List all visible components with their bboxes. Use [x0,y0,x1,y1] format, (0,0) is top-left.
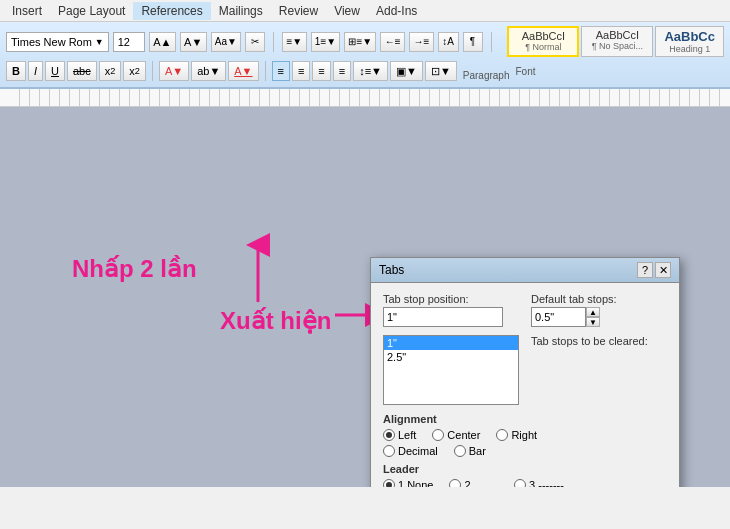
align-right-radio[interactable]: Right [496,429,537,441]
decrease-indent-btn[interactable]: ←≡ [380,32,405,52]
default-tab-stops-label: Default tab stops: [531,293,667,305]
alignment-row2: Decimal Bar [383,445,667,457]
default-tab-stops-spinner: ▲ ▼ [531,307,667,327]
tab-stops-clear-label: Tab stops to be cleared: [531,335,667,347]
leader-none-radio[interactable]: 1 None [383,479,433,487]
separator1 [273,32,274,52]
numbering-btn[interactable]: 1≡▼ [311,32,341,52]
spin-up-btn[interactable]: ▲ [586,307,600,317]
style-nospace-sublabel: ¶ No Spaci... [590,41,644,51]
clear-formatting-btn[interactable]: ✂ [245,32,265,52]
menu-insert[interactable]: Insert [4,2,50,20]
separator2 [491,32,492,52]
style-h1-btn[interactable]: AaBbCc Heading 1 [655,26,724,57]
leader-section: Leader 1 None 2 ........ 3 ------- [383,463,667,487]
align-left-label: Left [398,429,416,441]
subscript-btn[interactable]: x2 [99,61,122,81]
spin-buttons: ▲ ▼ [586,307,600,327]
leader-header: Leader [383,463,667,475]
align-justify-btn[interactable]: ≡ [333,61,351,81]
dialog-help-btn[interactable]: ? [637,262,653,278]
default-tab-stops-col: Default tab stops: ▲ ▼ [531,293,667,327]
tab-stop-position-col: Tab stop position: [383,293,519,327]
menu-references[interactable]: References [133,2,210,20]
align-decimal-radio-circle [383,445,395,457]
menu-addins[interactable]: Add-Ins [368,2,425,20]
style-nospace-btn[interactable]: AaBbCcI ¶ No Spaci... [581,26,653,57]
align-left-btn[interactable]: ≡ [272,61,290,81]
bullets-btn[interactable]: ≡▼ [282,32,307,52]
dialog-body: Tab stop position: Default tab stops: ▲ … [371,283,679,487]
menu-view[interactable]: View [326,2,368,20]
menu-bar: Insert Page Layout References Mailings R… [0,0,730,22]
text-effect-btn[interactable]: A▼ [159,61,189,81]
font-name-dropdown-icon[interactable]: ▼ [95,37,104,47]
align-left-radio[interactable]: Left [383,429,416,441]
style-normal-sublabel: ¶ Normal [517,42,569,52]
style-h1-sublabel: Heading 1 [664,44,715,54]
align-bar-radio[interactable]: Bar [454,445,486,457]
listbox-item-2[interactable]: 2.5" [384,350,518,364]
font-section-label: Font [515,66,535,77]
clear-col: Tab stops to be cleared: [531,335,667,405]
dialog-title-text: Tabs [379,263,404,277]
leader-dash-radio[interactable]: 3 ------- [514,479,564,487]
font-size-box[interactable]: 12 [113,32,145,52]
alignment-section: Alignment Left Center Right [383,413,667,457]
ribbon: Times New Rom ▼ 12 A▲ A▼ Aa▼ ✂ ≡▼ 1≡▼ ⊞≡… [0,22,730,89]
shading-btn[interactable]: ▣▼ [390,61,423,81]
font-size-value: 12 [118,36,130,48]
tab-stop-position-input[interactable] [383,307,503,327]
dialog-close-btn[interactable]: ✕ [655,262,671,278]
menu-mailings[interactable]: Mailings [211,2,271,20]
change-case-btn[interactable]: Aa▼ [211,32,242,52]
increase-indent-btn[interactable]: →≡ [409,32,434,52]
dialog-box: Tabs ? ✕ Tab stop position: Default tab … [370,257,680,487]
style-normal-btn[interactable]: AaBbCcI ¶ Normal [507,26,579,57]
menu-review[interactable]: Review [271,2,326,20]
arrow-up-svg [238,237,278,307]
leader-dots-label: 2 ........ [464,479,498,487]
align-bar-radio-circle [454,445,466,457]
italic-btn[interactable]: I [28,61,43,81]
paragraph-section-label: Paragraph [463,70,510,81]
align-right-btn[interactable]: ≡ [312,61,330,81]
show-marks-btn[interactable]: ¶ [463,32,483,52]
ruler [0,89,730,107]
leader-dash-circle [514,479,526,487]
multilevel-btn[interactable]: ⊞≡▼ [344,32,376,52]
superscript-btn[interactable]: x2 [123,61,146,81]
align-center-radio[interactable]: Center [432,429,480,441]
alignment-header: Alignment [383,413,667,425]
line-spacing-btn[interactable]: ↕≡▼ [353,61,388,81]
align-decimal-radio[interactable]: Decimal [383,445,438,457]
spin-down-btn[interactable]: ▼ [586,317,600,327]
borders-btn[interactable]: ⊡▼ [425,61,457,81]
underline-btn[interactable]: U [45,61,65,81]
align-center-label: Center [447,429,480,441]
highlight-btn[interactable]: ab▼ [191,61,226,81]
tab-stops-listbox[interactable]: 1" 2.5" [383,335,519,405]
dialog-title-buttons: ? ✕ [637,262,671,278]
align-center-btn[interactable]: ≡ [292,61,310,81]
font-name-box[interactable]: Times New Rom ▼ [6,32,109,52]
bold-btn[interactable]: B [6,61,26,81]
listbox-item-1[interactable]: 1" [384,336,518,350]
align-decimal-label: Decimal [398,445,438,457]
alignment-row1: Left Center Right [383,429,667,441]
sort-btn[interactable]: ↕A [438,32,459,52]
menu-page-layout[interactable]: Page Layout [50,2,133,20]
leader-none-circle [383,479,395,487]
font-size-increase-btn[interactable]: A▲ [149,32,176,52]
separator4 [265,61,266,81]
leader-dots-radio[interactable]: 2 ........ [449,479,498,487]
annotation-nhap: Nhấp 2 lần [72,255,197,283]
font-size-decrease-btn[interactable]: A▼ [180,32,207,52]
listbox-col: 1" 2.5" [383,335,519,405]
annotation-xuat: Xuất hiện [220,307,331,335]
font-color-btn[interactable]: A▼ [228,61,258,81]
align-left-radio-circle [383,429,395,441]
align-right-label: Right [511,429,537,441]
default-tab-stops-input[interactable] [531,307,586,327]
strikethrough-btn[interactable]: abc [67,61,97,81]
